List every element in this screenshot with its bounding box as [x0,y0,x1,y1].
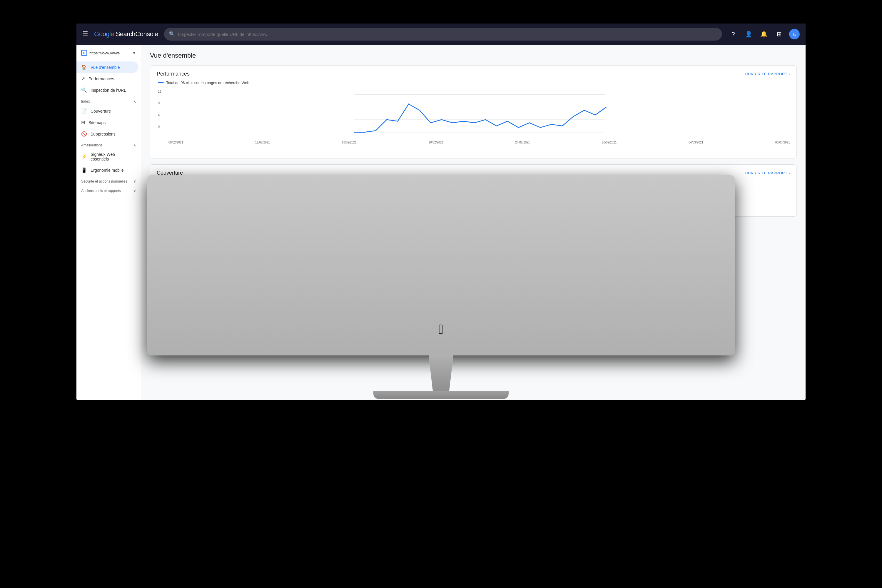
x-label: 12/02/2021 [255,141,270,144]
ameliorations-chevron-icon: ∧ [134,143,136,147]
main-area: C https://www.//wwe ▼ 🏠 Vue d'ensemble ↗… [76,45,806,400]
property-selector[interactable]: C https://www.//wwe ▼ [76,47,141,59]
sidebar-item-label: Inspection de l'URL [90,88,126,93]
performances-card-body: Total de 96 clics sur les pages de reche… [150,81,796,158]
y-label-12: 12 [158,90,161,93]
performances-open-report-link[interactable]: OUVRIR LE RAPPORT › [745,72,790,76]
x-label: 08/03/2021 [775,141,790,144]
app-window: ☰ Google SearchConsole 🔍 ? 👤 🔔 ⊞ a C htt… [76,24,806,400]
index-section-label: Index [81,99,90,104]
search-icon: 🔍 [81,87,87,93]
page-title: Vue d'ensemble [150,52,797,59]
coverage-card-header: Couverture OUVRIR LE RAPPORT › [150,165,796,180]
coverage-polyline [508,196,597,210]
legend-line-green [226,182,232,182]
performances-legend-text: Total de 96 clics sur les pages de reche… [166,81,249,85]
search-input[interactable] [178,32,717,37]
ameliorations-section-label: Améliorations [81,143,103,147]
top-bar-icons: ? 👤 🔔 ⊞ a [728,29,800,39]
sidebar-item-suppressions[interactable]: 🚫 Suppressions [76,128,138,140]
sidebar-item-label: Couverture [90,109,111,114]
x-label: 16/02/2021 [342,141,357,144]
coverage-error-text: 0 pages contenant des erreurs [167,180,219,184]
help-icon[interactable]: ? [728,29,738,39]
securite-chevron-icon: ∨ [134,179,136,183]
property-url: https://www.//wwe [89,51,130,55]
coverage-error-legend: 0 pages contenant des erreurs [158,180,219,184]
legend-line-red [159,182,165,182]
coverage-chart-svg [168,190,790,211]
grid-icon: ⊞ [81,120,85,125]
y-label-30: 30 [158,189,161,192]
sidebar-item-overview[interactable]: 🏠 Vue d'ensemble [76,62,138,73]
chevron-right-icon: › [789,171,790,175]
y-label-0: 0 [158,125,160,129]
sidebar-item-label: Sitemaps [88,120,105,125]
sidebar-item-couverture[interactable]: 📄 Couverture [76,105,138,117]
coverage-card-body: 0 pages contenant des erreurs 27 pages v… [150,180,796,216]
sidebar-item-performances[interactable]: ↗ Performances [76,73,138,84]
coverage-chart: 30 [157,188,790,211]
coverage-valid-legend: 27 pages valides [225,180,263,184]
legend-line-blue [158,82,164,83]
performances-card: Performances OUVRIR LE RAPPORT › Total d… [150,65,797,159]
anciens-chevron-icon: ∨ [134,189,136,193]
hamburger-icon[interactable]: ☰ [82,30,88,38]
performances-chart: 12 8 4 0 [157,88,790,153]
sidebar-item-label: Vue d'ensemble [90,65,120,70]
lightning-icon: ⚡ [81,154,87,160]
apps-icon[interactable]: ⊞ [774,29,784,39]
document-icon: 📄 [81,108,87,114]
performances-card-title: Performances [157,71,190,77]
y-label-4: 4 [158,113,160,117]
x-label: 04/03/2021 [688,141,703,144]
y-label-8: 8 [158,101,160,105]
coverage-legend: 0 pages contenant des erreurs 27 pages v… [157,180,790,184]
sidebar-item-label: Performances [88,76,114,81]
user-avatar[interactable]: a [789,29,800,39]
x-axis-labels: 08/02/2021 12/02/2021 16/02/2021 20/02/2… [168,140,790,144]
google-logo: Google SearchConsole [94,30,158,38]
block-icon: 🚫 [81,131,87,137]
sidebar-item-signaux[interactable]: ⚡ Signaux Web essentiels [76,149,138,164]
sidebar-item-ergonomie[interactable]: 📱 Ergonomie mobile [76,164,138,176]
sidebar: C https://www.//wwe ▼ 🏠 Vue d'ensemble ↗… [76,45,141,400]
notification-icon[interactable]: 🔔 [759,29,769,39]
coverage-valid-text: 27 pages valides [234,180,263,184]
performances-legend: Total de 96 clics sur les pages de reche… [157,81,790,85]
account-switch-icon[interactable]: 👤 [743,29,754,39]
coverage-open-report-link[interactable]: OUVRIR LE RAPPORT › [745,171,790,175]
mobile-icon: 📱 [81,167,87,173]
performance-chart-svg [168,92,790,138]
x-label: 28/02/2021 [602,141,616,144]
anciens-section-label: Anciens outils et rapports [81,189,121,193]
sidebar-item-label: Suppressions [90,132,116,136]
ameliorations-section-header[interactable]: Améliorations ∧ [76,140,141,149]
coverage-card: Couverture OUVRIR LE RAPPORT › 0 pages c… [150,164,797,217]
chevron-right-icon: › [789,72,790,76]
performance-polyline [354,104,606,132]
x-label: 24/02/2021 [515,141,530,144]
search-icon: 🔍 [169,31,175,38]
trend-icon: ↗ [81,76,85,81]
top-bar: ☰ Google SearchConsole 🔍 ? 👤 🔔 ⊞ a [76,24,806,45]
content-area: Vue d'ensemble Performances OUVRIR LE RA… [141,45,806,400]
securite-section-label: Sécurité et actions manuelles [81,179,127,183]
securite-section-header[interactable]: Sécurité et actions manuelles ∨ [76,176,141,185]
coverage-card-title: Couverture [157,170,183,176]
property-chevron-icon: ▼ [132,51,136,55]
anciens-section-header[interactable]: Anciens outils et rapports ∨ [76,185,141,195]
home-icon: 🏠 [81,64,87,70]
sidebar-item-url-inspection[interactable]: 🔍 Inspection de l'URL [76,84,138,96]
performances-card-header: Performances OUVRIR LE RAPPORT › [150,66,796,81]
index-section-header[interactable]: Index ∧ [76,96,141,105]
index-chevron-icon: ∧ [134,99,136,104]
search-bar[interactable]: 🔍 [164,28,722,40]
sidebar-item-sitemaps[interactable]: ⊞ Sitemaps [76,117,138,128]
sidebar-item-label: Signaux Web essentiels [90,152,134,161]
property-icon: C [81,50,87,56]
x-label: 20/02/2021 [429,141,443,144]
x-label: 08/02/2021 [168,141,183,144]
sidebar-item-label: Ergonomie mobile [90,168,124,172]
